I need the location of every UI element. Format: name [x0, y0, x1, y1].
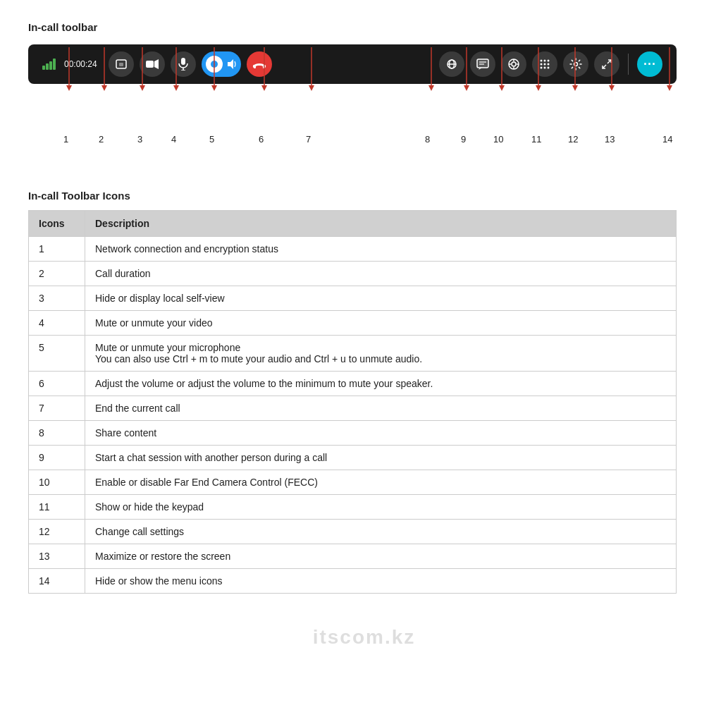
- num-label-14: 14: [662, 134, 672, 145]
- svg-marker-63: [609, 85, 615, 91]
- table-row: 7End the current call: [29, 396, 677, 421]
- table-row: 14Hide or show the menu icons: [29, 569, 677, 594]
- table-section-title: In-call Toolbar Icons: [28, 190, 700, 202]
- svg-marker-3: [154, 59, 159, 69]
- table-row: 11Show or hide the keypad: [29, 495, 677, 520]
- icon-description: Hide or display local self-view: [85, 286, 677, 311]
- icon-number: 10: [29, 470, 85, 495]
- svg-point-7: [211, 61, 218, 68]
- icon-number: 8: [29, 421, 85, 446]
- num-label-8: 8: [425, 134, 430, 145]
- svg-marker-41: [101, 85, 107, 91]
- num-label-1: 1: [63, 134, 68, 145]
- icon-description: Show or hide the keypad: [85, 495, 677, 520]
- svg-marker-61: [572, 85, 578, 91]
- svg-marker-49: [261, 85, 267, 91]
- icon-number: 11: [29, 495, 85, 520]
- svg-point-28: [548, 60, 550, 62]
- svg-marker-43: [140, 85, 145, 91]
- table-row: 4Mute or unmute your video: [29, 311, 677, 336]
- icon-number: 7: [29, 396, 85, 421]
- svg-point-26: [541, 60, 543, 62]
- svg-rect-16: [477, 59, 488, 68]
- icon-description: Network connection and encryption status: [85, 237, 677, 262]
- toolbar-diagram: 00:00:24: [28, 44, 677, 139]
- svg-marker-53: [428, 85, 434, 91]
- icon-description: Mute or unmute your microphoneYou can al…: [85, 336, 677, 372]
- num-label-7: 7: [306, 134, 311, 145]
- microphone-button[interactable]: [171, 51, 196, 77]
- num-label-2: 2: [99, 134, 104, 145]
- icon-description: Maximize or restore the screen: [85, 544, 677, 569]
- maximize-button[interactable]: [594, 51, 619, 77]
- icon-number: 9: [29, 446, 85, 470]
- icon-number: 2: [29, 262, 85, 286]
- self-view-button[interactable]: [109, 51, 134, 77]
- volume-toggle[interactable]: [202, 51, 241, 77]
- table-row: 3Hide or display local self-view: [29, 286, 677, 311]
- table-row: 2Call duration: [29, 262, 677, 286]
- num-label-11: 11: [531, 134, 541, 145]
- icon-description: Change call settings: [85, 520, 677, 544]
- col-header-description: Description: [85, 211, 677, 237]
- svg-point-32: [541, 67, 543, 69]
- svg-rect-2: [146, 61, 154, 68]
- table-row: 13Maximize or restore the screen: [29, 544, 677, 569]
- incall-toolbar: 00:00:24: [28, 44, 677, 84]
- num-label-5: 5: [209, 134, 214, 145]
- svg-point-27: [544, 60, 546, 62]
- svg-marker-57: [499, 85, 505, 91]
- table-row: 12Change call settings: [29, 520, 677, 544]
- icon-description: Share content: [85, 421, 677, 446]
- icon-description: Mute or unmute your video: [85, 311, 677, 336]
- num-label-9: 9: [461, 134, 466, 145]
- num-label-13: 13: [605, 134, 615, 145]
- svg-rect-1: [119, 63, 123, 66]
- keypad-button[interactable]: [532, 51, 557, 77]
- svg-point-31: [548, 63, 550, 66]
- svg-marker-45: [173, 85, 179, 91]
- video-button[interactable]: [140, 51, 165, 77]
- icons-table: Icons Description 1Network connection an…: [28, 210, 677, 594]
- num-label-10: 10: [493, 134, 503, 145]
- table-row: 5Mute or unmute your microphoneYou can a…: [29, 336, 677, 372]
- table-row: 8Share content: [29, 421, 677, 446]
- table-row: 6Adjust the volume or adjust the volume …: [29, 372, 677, 396]
- settings-button[interactable]: [563, 51, 588, 77]
- chat-button[interactable]: [470, 51, 495, 77]
- num-label-6: 6: [259, 134, 264, 145]
- icon-description: Adjust the volume or adjust the volume t…: [85, 372, 677, 396]
- num-label-4: 4: [171, 134, 176, 145]
- col-header-icons: Icons: [29, 211, 85, 237]
- svg-point-21: [512, 62, 516, 66]
- svg-rect-12: [263, 66, 265, 68]
- svg-point-30: [544, 63, 546, 66]
- icon-number: 6: [29, 372, 85, 396]
- icon-number: 12: [29, 520, 85, 544]
- num-label-3: 3: [137, 134, 142, 145]
- svg-point-29: [541, 63, 543, 66]
- icon-number: 3: [29, 286, 85, 311]
- toolbar-separator: [628, 54, 629, 75]
- svg-rect-11: [254, 66, 256, 68]
- icon-number: 1: [29, 237, 85, 262]
- icon-description: End the current call: [85, 396, 677, 421]
- icon-number: 4: [29, 311, 85, 336]
- icon-description: Hide or show the menu icons: [85, 569, 677, 594]
- share-content-button[interactable]: [439, 51, 464, 77]
- num-label-12: 12: [568, 134, 578, 145]
- icon-number: 5: [29, 336, 85, 372]
- icon-description: Start a chat session with another person…: [85, 446, 677, 470]
- icon-description: Enable or disable Far End Camera Control…: [85, 470, 677, 495]
- svg-point-35: [574, 63, 578, 66]
- svg-marker-59: [536, 85, 541, 91]
- icon-number: 13: [29, 544, 85, 569]
- table-row: 9Start a chat session with another perso…: [29, 446, 677, 470]
- end-call-button[interactable]: [247, 51, 272, 77]
- call-duration-display: 00:00:24: [64, 59, 97, 69]
- more-button[interactable]: ···: [637, 51, 662, 77]
- svg-rect-4: [181, 58, 185, 65]
- svg-marker-51: [309, 85, 314, 91]
- toolbar-section-title: In-call toolbar: [28, 21, 700, 33]
- fecc-button[interactable]: [501, 51, 526, 77]
